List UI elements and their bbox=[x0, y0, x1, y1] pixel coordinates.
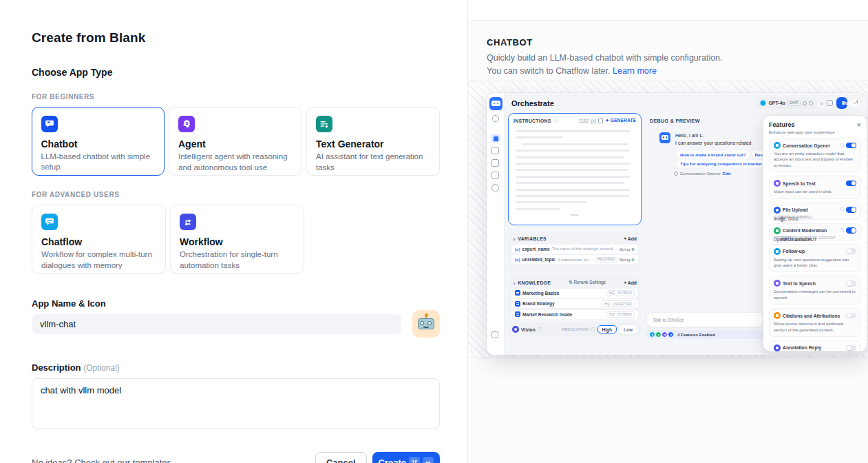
preview-title: Orchestrate bbox=[511, 99, 554, 107]
chevron-down-icon: ∨ bbox=[513, 280, 516, 285]
chatbot-icon bbox=[41, 116, 58, 132]
feature-dot-icon bbox=[668, 331, 674, 338]
annotation-reply-icon bbox=[774, 344, 781, 351]
feature-dot-icon bbox=[661, 331, 668, 338]
model-selector: GPT-4o CHAT bbox=[756, 97, 816, 109]
app-type-desc: LLM-based chatbot with simple setup bbox=[41, 152, 156, 173]
close-icon: ✕ bbox=[856, 122, 861, 128]
feature-item-file-upload: File Upload ⓘ SUPPORT FILE TYPESImage, D… bbox=[769, 203, 861, 220]
toggle-on bbox=[846, 181, 856, 187]
add-variable-button: + Add bbox=[624, 236, 637, 241]
instructions-skeleton bbox=[516, 130, 634, 222]
app-type-card-chatbot[interactable]: Chatbot LLM-based chatbot with simple se… bbox=[32, 107, 165, 176]
chatbot-description: Quickly build an LLM-based chatbot with … bbox=[487, 52, 729, 78]
info-icon: ⓘ bbox=[840, 143, 844, 149]
sidebar-preview-icon bbox=[491, 147, 499, 154]
suggestion-chips-row: How to make a brand stand out? Bes bbox=[677, 151, 763, 158]
feature-item-annotation-reply: Annotation Reply bbox=[769, 340, 861, 351]
chatbot-preview-image: Orchestrate GPT-4o CHAT ∨ Publish ∨ ↺ IN… bbox=[487, 93, 867, 355]
feature-item-speech-to-text: Speech to Text Voice input can be used i… bbox=[769, 176, 861, 198]
sidebar-orchestrate-icon bbox=[491, 134, 500, 143]
app-name-input[interactable] bbox=[32, 314, 401, 334]
app-type-card-chatflow[interactable]: Chatflow Workflow for complex multi-turn… bbox=[32, 205, 166, 274]
sidebar-overview-icon bbox=[491, 184, 499, 192]
app-type-desc: Workflow for complex multi-turn dialogue… bbox=[41, 249, 156, 271]
conversation-opener-icon bbox=[774, 142, 781, 149]
chatbot-heading: CHATBOT bbox=[487, 37, 840, 48]
follow-up-icon bbox=[774, 248, 781, 255]
variables-section: ∨ VARIABLES + Add (x) expert_name The na… bbox=[508, 232, 642, 271]
copy-icon bbox=[598, 118, 603, 123]
add-knowledge-button: + Add bbox=[624, 280, 637, 285]
app-logo-robot-icon bbox=[489, 97, 502, 110]
cmd-key-icon: ⌘ bbox=[409, 457, 420, 463]
advanced-app-type-cards: Chatflow Workflow for complex multi-turn… bbox=[32, 205, 440, 274]
features-enabled-bar: 4 Features Enabled bbox=[646, 330, 763, 339]
cancel-button[interactable]: Cancel bbox=[315, 452, 367, 463]
robot-emoji-icon bbox=[418, 317, 434, 331]
app-type-desc: Orchestration for single-turn automation… bbox=[180, 249, 295, 271]
conversation-opener-row: Conversation Opener Edit bbox=[674, 171, 731, 176]
toggle-off bbox=[846, 280, 856, 287]
citations-icon bbox=[774, 312, 781, 319]
chat-input bbox=[646, 312, 763, 327]
feature-item-citations: Citations and Attributions Show source d… bbox=[769, 308, 861, 337]
features-panel: Features ✕ Enhance web-app user experien… bbox=[763, 116, 867, 351]
info-icon: ⓘ bbox=[840, 207, 844, 213]
toggle-off bbox=[846, 313, 856, 319]
section-for-beginners: FOR BEGINNERS bbox=[32, 93, 440, 101]
opener-icon bbox=[674, 172, 678, 176]
info-icon: ⓘ bbox=[553, 118, 558, 124]
arrow-right-icon: → bbox=[174, 457, 183, 463]
resolution-high-button: High bbox=[597, 325, 617, 333]
page-title: Create from Blank bbox=[32, 30, 440, 45]
rerank-settings-button: ⇅ Rerank Settings bbox=[569, 280, 606, 285]
vision-row: Vision ⓘ RESOLUTION ⓘ High Low bbox=[508, 322, 642, 336]
variable-icon: {x} bbox=[591, 119, 597, 123]
description-textarea[interactable]: chat with vllm model bbox=[32, 378, 440, 429]
sidebar-annotation-icon bbox=[491, 172, 499, 179]
right-topbar bbox=[468, 0, 868, 21]
feature-item-text-to-speech: Text to Speech Conversation messages can… bbox=[769, 276, 861, 305]
app-type-card-agent[interactable]: Agent Intelligent agent with reasoning a… bbox=[169, 107, 302, 176]
sidebar-logs-icon bbox=[491, 159, 499, 167]
description-optional-label: (Optional) bbox=[83, 363, 120, 373]
vision-icon bbox=[512, 326, 519, 333]
sliders-icon bbox=[827, 100, 833, 106]
chevron-down-icon: ∨ bbox=[513, 236, 516, 241]
app-name-label: App Name & Icon bbox=[32, 298, 440, 309]
create-button[interactable]: Create ⌘ ↵ bbox=[372, 452, 440, 463]
info-icon: ⓘ bbox=[538, 327, 542, 333]
content-moderation-icon bbox=[774, 227, 781, 234]
feature-item-follow-up: Follow-up Setting up next questions sugg… bbox=[769, 244, 861, 273]
file-upload-icon bbox=[774, 207, 781, 214]
publish-button: Publish ∨ bbox=[836, 97, 847, 109]
sidebar-collapse-icon bbox=[491, 331, 498, 338]
bot-avatar bbox=[659, 132, 670, 143]
app-type-name: Chatflow bbox=[41, 236, 156, 247]
agent-icon bbox=[178, 116, 195, 132]
bot-greeting: Hello, I am L. I can answer your questio… bbox=[675, 132, 762, 140]
app-type-desc: Intelligent agent with reasoning and aut… bbox=[178, 152, 293, 173]
suggestion-chips-row: Tips for analyzing competitors in market bbox=[677, 160, 763, 167]
text-to-speech-icon bbox=[774, 280, 781, 287]
feature-dot-icon bbox=[655, 331, 661, 338]
learn-more-link[interactable]: Learn more bbox=[613, 66, 657, 76]
description-label: Description (Optional) bbox=[32, 362, 440, 373]
app-type-name: Chatbot bbox=[41, 138, 156, 150]
dataset-icon bbox=[515, 301, 520, 307]
app-type-card-text-generator[interactable]: Text Generator AI assistant for text gen… bbox=[306, 107, 440, 176]
templates-link[interactable]: No ideas? Check out our templates → bbox=[32, 457, 183, 463]
text-generator-icon bbox=[316, 116, 332, 132]
toggle-on bbox=[846, 143, 856, 149]
app-type-card-workflow[interactable]: Workflow Orchestration for single-turn a… bbox=[170, 205, 304, 274]
app-type-name: Text Generator bbox=[316, 138, 430, 150]
choose-app-type-label: Choose App Type bbox=[32, 67, 440, 78]
toggle-on bbox=[846, 207, 856, 213]
info-icon: ⓘ bbox=[840, 227, 844, 234]
toggle-off bbox=[846, 248, 856, 254]
app-icon-picker[interactable] bbox=[412, 310, 440, 338]
dataset-icon bbox=[515, 290, 520, 296]
switch-icon bbox=[492, 115, 499, 122]
chatflow-icon bbox=[41, 214, 58, 230]
